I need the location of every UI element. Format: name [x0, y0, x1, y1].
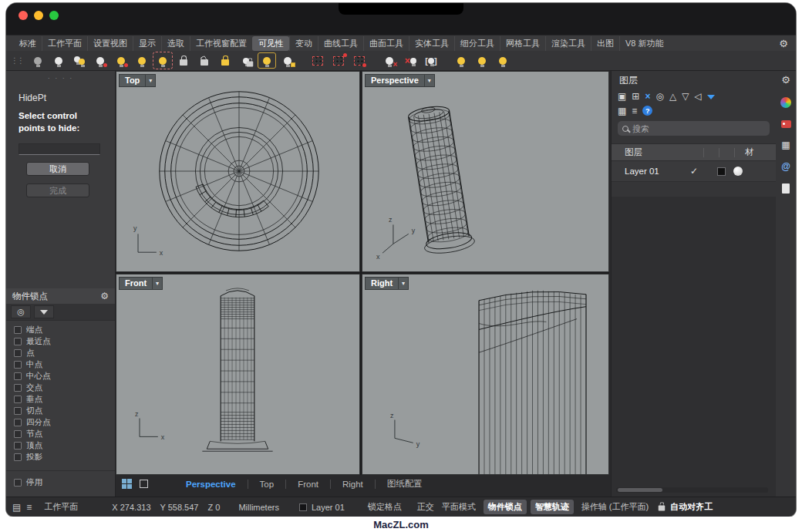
layers-panel-tab-ic[interactable]: ▦: [781, 140, 790, 150]
move-left-icon[interactable]: ◁: [694, 92, 701, 101]
cplane-label[interactable]: 工作平面: [44, 501, 78, 513]
single-viewport-layout-icon[interactable]: [140, 480, 148, 488]
osnap-option-project[interactable]: 投影: [6, 451, 115, 463]
viewport-front[interactable]: z x Front ▾: [116, 274, 360, 475]
layer-search-box[interactable]: [618, 121, 770, 136]
planar-toggle[interactable]: 平面模式: [442, 501, 476, 513]
persistent-osnap-icon[interactable]: ◎: [11, 305, 31, 318]
grid-snap-toggle[interactable]: 锁定格点: [368, 501, 402, 513]
osnap-option-near[interactable]: 最近点: [6, 335, 115, 347]
four-viewport-layout-icon[interactable]: [122, 479, 132, 489]
checkbox[interactable]: [14, 407, 22, 415]
panel-drag-dots[interactable]: · · · ·: [6, 74, 115, 82]
osnap-option-quadrant[interactable]: 四分点: [6, 416, 115, 428]
menu-tab-solid-tools[interactable]: 实体工具: [409, 36, 454, 51]
smarttrack-toggle[interactable]: 智慧轨迹: [531, 500, 574, 514]
menu-tab-transform[interactable]: 变动: [289, 36, 318, 51]
toolbar-button-3[interactable]: [70, 52, 89, 69]
osnap-option-point[interactable]: 点: [6, 347, 115, 359]
toolbar-button-19[interactable]: []: [422, 52, 440, 69]
list-icon[interactable]: ≡: [26, 503, 32, 512]
toolbar-button-13[interactable]: [278, 52, 297, 69]
osnap-option-disable[interactable]: 停用: [6, 476, 115, 488]
ortho-toggle[interactable]: 正交: [417, 501, 434, 513]
toolbar-button-22[interactable]: [494, 52, 512, 69]
layout-grid-icon[interactable]: ▤: [12, 503, 21, 512]
checkbox[interactable]: [14, 453, 22, 461]
checkbox[interactable]: [14, 326, 22, 334]
move-up-icon[interactable]: △: [669, 92, 676, 101]
layer-color-swatch[interactable]: [717, 167, 726, 176]
hidept-input[interactable]: [19, 143, 100, 155]
active-layer-label[interactable]: Layer 01: [312, 503, 345, 512]
toolbar-button-5[interactable]: [112, 52, 130, 69]
viewport-menu-caret[interactable]: ▾: [146, 74, 156, 87]
menu-tab-viewport-layout[interactable]: 工作视窗配置: [190, 36, 252, 51]
menu-tab-standard[interactable]: 标准: [14, 36, 42, 51]
checkbox[interactable]: [14, 479, 22, 487]
units-label[interactable]: Millimeters: [238, 503, 279, 512]
osnap-option-intersection[interactable]: 交点: [6, 382, 115, 393]
layer-filter-icon[interactable]: [707, 92, 715, 101]
toolbar-button-8[interactable]: [174, 52, 193, 69]
viewport-tab-front[interactable]: Front: [286, 480, 330, 489]
toolbar-button-9[interactable]: [195, 52, 214, 69]
checkbox[interactable]: [14, 430, 22, 438]
viewport-tab-perspective[interactable]: Perspective: [174, 480, 248, 489]
horizontal-scrollbar[interactable]: [616, 487, 768, 493]
checkbox[interactable]: [14, 419, 22, 426]
toolbar-button-15[interactable]: [329, 52, 348, 69]
osnap-option-tangent[interactable]: 切点: [6, 405, 115, 416]
viewport-title[interactable]: Right: [365, 277, 399, 290]
checkbox[interactable]: [14, 349, 22, 357]
menu-tab-display[interactable]: 显示: [133, 36, 161, 51]
layer-search-input[interactable]: [632, 124, 765, 133]
column-header-material[interactable]: 材: [745, 146, 754, 158]
viewport-top[interactable]: y x Top ▾: [116, 71, 360, 272]
toolbar-button-12[interactable]: [258, 52, 276, 69]
menu-tab-select[interactable]: 选取: [161, 36, 190, 51]
notes-panel-tab-icon[interactable]: @: [781, 162, 790, 171]
panel-gear-icon[interactable]: ⚙: [781, 75, 790, 85]
cancel-button[interactable]: 取消: [26, 162, 89, 176]
toolbar-button-17[interactable]: ×: [380, 52, 399, 69]
checkbox[interactable]: [14, 396, 22, 403]
osnap-gear-icon[interactable]: ⚙: [100, 291, 109, 301]
osnap-toggle[interactable]: 物件锁点: [484, 500, 527, 514]
menu-tab-visibility[interactable]: 可见性: [252, 36, 289, 51]
scrollbar-thumb[interactable]: [618, 488, 662, 492]
checkbox[interactable]: [14, 384, 22, 392]
list-options-icon[interactable]: ≡: [632, 106, 637, 116]
close-button[interactable]: [19, 11, 28, 20]
materials-panel-tab-icon[interactable]: [781, 120, 791, 128]
toolbar-drag-handle[interactable]: ⋮⋮: [11, 56, 23, 65]
toolbar-button-4[interactable]: [91, 52, 110, 69]
osnap-option-perpendicular[interactable]: 垂点: [6, 393, 115, 405]
active-layer-color-swatch[interactable]: [299, 503, 307, 511]
help-icon[interactable]: ?: [642, 106, 652, 116]
viewport-title[interactable]: Top: [119, 74, 146, 87]
toolbar-button-6[interactable]: [133, 52, 151, 69]
new-sublayer-icon[interactable]: ⊞: [632, 92, 639, 101]
viewport-menu-caret[interactable]: ▾: [399, 277, 409, 290]
toolbar-button-16[interactable]: [350, 52, 369, 69]
checkbox[interactable]: [14, 442, 22, 450]
viewport-title[interactable]: Perspective: [365, 74, 425, 87]
new-layer-icon[interactable]: ▣: [618, 92, 626, 101]
display-panel-tab-icon[interactable]: [780, 97, 791, 108]
toolbar-button-20[interactable]: [452, 52, 470, 69]
toolbar-button-18[interactable]: ×: [401, 52, 420, 69]
snap-filter-icon[interactable]: [34, 305, 54, 318]
move-down-icon[interactable]: ▽: [682, 92, 689, 101]
osnap-option-knot[interactable]: 节点: [6, 428, 115, 439]
menu-tab-subd-tools[interactable]: 细分工具: [454, 36, 500, 51]
osnap-option-mid[interactable]: 中点: [6, 359, 115, 370]
layer-name[interactable]: Layer 01: [612, 167, 689, 176]
delete-layer-icon[interactable]: ×: [645, 92, 650, 101]
menu-tab-mesh-tools[interactable]: 网格工具: [500, 36, 545, 51]
properties-panel-tab-icon[interactable]: [782, 184, 790, 194]
checkbox[interactable]: [14, 372, 22, 380]
toolbar-button-14[interactable]: [308, 52, 327, 69]
layer-material-icon[interactable]: [733, 167, 743, 176]
gumball-toggle[interactable]: 操作轴 (工作平面): [581, 501, 649, 513]
